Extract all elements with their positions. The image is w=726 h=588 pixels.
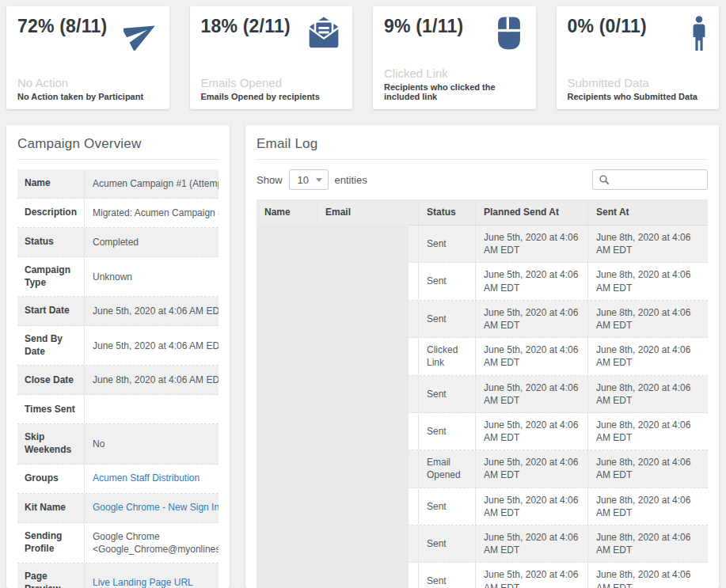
panels-row: Campaign Overview Name Acumen Campaign #… bbox=[6, 125, 719, 588]
overview-row-value[interactable]: Acumen Staff Distribution bbox=[84, 465, 219, 493]
overview-row-value: June 5th, 2020 at 4:06 AM EDT bbox=[84, 326, 219, 365]
page-size-value: 10 bbox=[298, 174, 309, 186]
cell-status: Sent bbox=[418, 226, 475, 262]
overview-row-label: Page Preview bbox=[17, 563, 84, 588]
overview-row: Sending Profile Google Chrome <Google_Ch… bbox=[17, 523, 219, 563]
overview-row-label: Start Date bbox=[17, 298, 84, 324]
overview-row-label: Send By Date bbox=[17, 326, 84, 365]
overview-row: Close Date June 8th, 2020 at 4:06 AM EDT bbox=[17, 366, 219, 395]
chevron-down-icon bbox=[316, 178, 322, 182]
email-log-panel: Email Log Show 10 entities bbox=[245, 125, 719, 588]
table-controls: Show 10 entities bbox=[257, 169, 708, 190]
campaign-overview-table: Name Acumen Campaign #1 (Attempt #2) Des… bbox=[17, 169, 219, 588]
overview-row: Skip Weekends No bbox=[17, 424, 219, 464]
divider bbox=[17, 159, 219, 160]
cell-status: Sent bbox=[418, 301, 475, 337]
cell-sent-at: June 8th, 2020 at 4:06 AM EDT bbox=[587, 338, 708, 374]
overview-row-label: Campaign Type bbox=[17, 257, 84, 296]
cell-status: Email Opened bbox=[418, 450, 475, 487]
cell-planned-send-at: June 5th, 2020 at 4:06 AM EDT bbox=[475, 376, 587, 412]
cell-status: Sent bbox=[418, 488, 475, 525]
overview-row-value: No bbox=[84, 424, 219, 463]
stat-label: Emails Opened bbox=[201, 76, 342, 89]
stat-label: Submitted Data bbox=[568, 76, 709, 89]
stat-description: Recipients who Submitted Data bbox=[568, 92, 709, 101]
email-log-table: Name Email Status Planned Send At Sent A… bbox=[257, 199, 708, 588]
cell-status: Sent bbox=[418, 263, 475, 299]
cell-planned-send-at: June 5th, 2020 at 4:06 AM EDT bbox=[475, 301, 587, 337]
campaign-dashboard: 72% (8/11) No Action No Action taken by … bbox=[0, 0, 726, 588]
overview-row-label: Sending Profile bbox=[17, 523, 84, 562]
overview-row-label: Groups bbox=[17, 465, 84, 492]
cell-sent-at: June 8th, 2020 at 4:06 AM EDT bbox=[587, 525, 708, 562]
stat-card-emails-opened: 18% (2/11) Emails Opened Emails Opened b… bbox=[190, 6, 353, 109]
person-icon bbox=[690, 16, 708, 55]
cell-planned-send-at: June 5th, 2020 at 4:06 AM EDT bbox=[475, 450, 587, 487]
overview-row: Start Date June 5th, 2020 at 4:06 AM EDT bbox=[17, 297, 219, 326]
campaign-overview-title: Campaign Overview bbox=[17, 136, 219, 152]
cell-status: Clicked Link bbox=[418, 338, 475, 374]
stat-label: No Action bbox=[17, 76, 158, 89]
overview-row: Groups Acumen Staff Distribution bbox=[17, 465, 219, 494]
cell-planned-send-at: June 5th, 2020 at 4:06 AM EDT bbox=[475, 413, 587, 450]
overview-row: Kit Name Google Chrome - New Sign In bbox=[17, 494, 219, 523]
overview-row-value[interactable]: Google Chrome - New Sign In bbox=[84, 494, 219, 522]
campaign-overview-panel: Campaign Overview Name Acumen Campaign #… bbox=[6, 125, 230, 588]
cell-planned-send-at: June 5th, 2020 at 4:06 AM EDT bbox=[475, 563, 587, 588]
stat-card-submitted-data: 0% (0/11) Submitted Data Recipients who … bbox=[557, 6, 720, 109]
column-header-status: Status bbox=[418, 199, 475, 225]
column-header-planned-send-at: Planned Send At bbox=[475, 199, 587, 225]
stat-card-clicked-link: 9% (1/11) Clicked Link Recipients who cl… bbox=[373, 6, 536, 109]
mouse-icon bbox=[493, 16, 525, 54]
cell-sent-at: June 8th, 2020 at 4:06 AM EDT bbox=[587, 450, 708, 487]
overview-row-value: June 5th, 2020 at 4:06 AM EDT bbox=[84, 297, 219, 325]
table-header-row: Name Email Status Planned Send At Sent A… bbox=[257, 199, 708, 226]
stat-label: Clicked Link bbox=[384, 66, 525, 80]
divider bbox=[257, 159, 708, 160]
overview-row: Description Migrated: Acumen Campaign #1… bbox=[17, 199, 219, 228]
stat-value: 0% (0/11) bbox=[568, 16, 709, 37]
overview-row-label: Skip Weekends bbox=[17, 424, 84, 463]
overview-row-label: Description bbox=[17, 199, 84, 226]
overview-row: Page Preview Live Landing Page URL bbox=[17, 563, 219, 588]
overview-row-label: Kit Name bbox=[17, 495, 84, 522]
stat-description: No Action taken by Participant bbox=[17, 92, 158, 101]
stat-description: Recipients who clicked the included link bbox=[384, 82, 525, 101]
overview-row-label: Close Date bbox=[17, 367, 84, 394]
page-size-select[interactable]: 10 bbox=[289, 169, 329, 190]
paper-plane-icon bbox=[124, 16, 158, 54]
overview-row: Status Completed bbox=[17, 228, 219, 257]
stat-card-no-action: 72% (8/11) No Action No Action taken by … bbox=[6, 6, 169, 109]
envelope-open-icon bbox=[306, 16, 341, 54]
redaction-overlay bbox=[257, 224, 409, 588]
column-header-sent-at: Sent At bbox=[587, 199, 708, 225]
show-label: Show bbox=[257, 174, 283, 186]
cell-sent-at: June 8th, 2020 at 4:06 AM EDT bbox=[587, 563, 708, 588]
column-header-email: Email bbox=[317, 199, 418, 225]
cell-status: Sent bbox=[418, 563, 475, 588]
entities-label: entities bbox=[335, 174, 367, 186]
cell-planned-send-at: June 5th, 2020 at 4:06 AM EDT bbox=[475, 488, 587, 525]
overview-row-label: Name bbox=[17, 170, 84, 197]
overview-row-label: Status bbox=[17, 229, 84, 256]
stats-row: 72% (8/11) No Action No Action taken by … bbox=[6, 6, 719, 109]
overview-row-value[interactable]: Live Landing Page URL bbox=[84, 563, 219, 588]
cell-sent-at: June 8th, 2020 at 4:06 AM EDT bbox=[587, 301, 708, 337]
overview-row-value: Acumen Campaign #1 (Attempt #2) bbox=[84, 169, 219, 198]
cell-planned-send-at: June 5th, 2020 at 4:06 AM EDT bbox=[475, 263, 587, 299]
cell-planned-send-at: June 5th, 2020 at 4:06 AM EDT bbox=[475, 525, 587, 562]
cell-sent-at: June 8th, 2020 at 4:06 AM EDT bbox=[587, 488, 708, 525]
cell-status: Sent bbox=[418, 413, 475, 450]
overview-row: Times Sent bbox=[17, 395, 219, 424]
overview-row-value: Completed bbox=[84, 228, 219, 256]
overview-row-value: Unknown bbox=[84, 257, 219, 296]
cell-planned-send-at: June 5th, 2020 at 4:06 AM EDT bbox=[475, 226, 587, 262]
cell-sent-at: June 8th, 2020 at 4:06 AM EDT bbox=[587, 376, 708, 412]
overview-row: Name Acumen Campaign #1 (Attempt #2) bbox=[17, 169, 219, 199]
cell-planned-send-at: June 5th, 2020 at 4:06 AM EDT bbox=[475, 338, 587, 374]
overview-row-value: Google Chrome <Google_Chrome@myonlinesec… bbox=[84, 523, 219, 563]
overview-row-label: Times Sent bbox=[17, 396, 84, 423]
search-box bbox=[592, 169, 708, 190]
cell-sent-at: June 8th, 2020 at 4:06 AM EDT bbox=[587, 226, 708, 262]
email-log-title: Email Log bbox=[257, 136, 708, 152]
